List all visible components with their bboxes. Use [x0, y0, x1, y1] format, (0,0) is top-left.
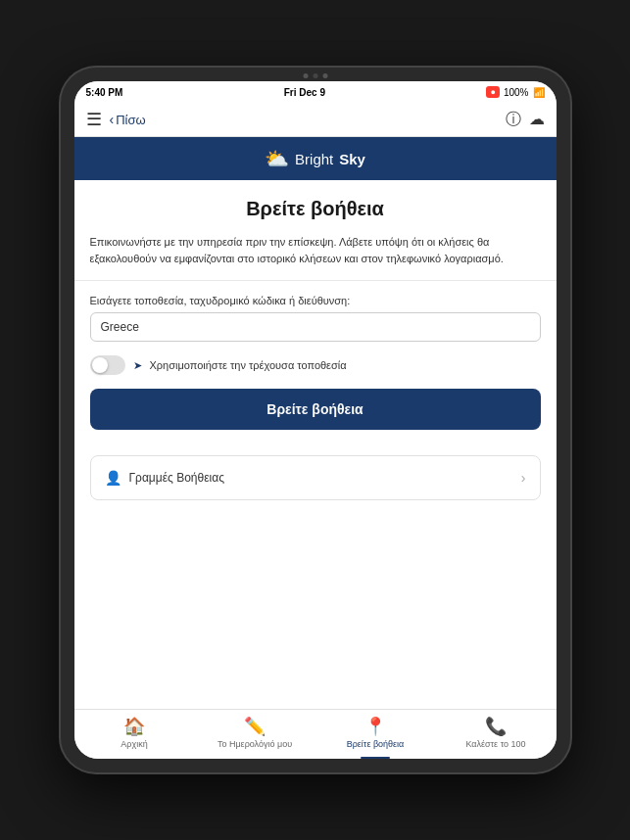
app-logo-icon: ⛅: [265, 147, 289, 170]
form-label: Εισάγετε τοποθεσία, ταχυδρομικό κώδικα ή…: [90, 295, 541, 306]
tab-find-help[interactable]: 📍 Βρείτε βοήθεια: [315, 716, 436, 749]
form-section: Εισάγετε τοποθεσία, ταχυδρομικό κώδικα ή…: [74, 281, 557, 443]
home-icon: 🏠: [123, 716, 145, 737]
menu-icon[interactable]: ☰: [86, 109, 102, 130]
camera-dot-2: [313, 73, 317, 78]
camera-dot-1: [303, 73, 308, 78]
diary-icon: ✏️: [244, 716, 266, 737]
status-right: ● 100% 📶: [486, 86, 544, 98]
tab-home-label: Αρχική: [121, 739, 147, 749]
page-title: Βρείτε βοήθεια: [74, 180, 557, 234]
status-date: Fri Dec 9: [284, 87, 325, 98]
battery-indicator: ●: [486, 86, 499, 98]
tab-call100-label: Καλέστε το 100: [465, 739, 525, 749]
app-title-sky: Sky: [339, 151, 365, 167]
find-help-icon: 📍: [364, 716, 386, 737]
helpline-row[interactable]: 👤 Γραμμές Βοήθειας ›: [91, 456, 540, 499]
cloud-icon[interactable]: ☁: [529, 110, 545, 130]
back-label: Πίσω: [116, 113, 145, 127]
status-bar: 5:40 PM Fri Dec 9 ● 100% 📶: [74, 81, 557, 103]
battery-percent: 100%: [504, 87, 529, 98]
tab-call100[interactable]: 📞 Καλέστε το 100: [436, 716, 557, 749]
location-toggle-label: Χρησιμοποιήστε την τρέχουσα τοποθεσία: [150, 359, 347, 371]
location-arrow-icon: ➤: [133, 359, 142, 372]
find-help-button[interactable]: Βρείτε βοήθεια: [90, 389, 541, 430]
main-content: Βρείτε βοήθεια Επικοινωνήστε με την υπηρ…: [74, 180, 557, 709]
location-input[interactable]: [90, 312, 541, 342]
person-icon: 👤: [105, 470, 121, 486]
info-text: Επικοινωνήστε με την υπηρεσία πριν την ε…: [74, 234, 557, 281]
location-toggle-row: ➤ Χρησιμοποιήστε την τρέχουσα τοποθεσία: [90, 351, 541, 389]
tab-diary[interactable]: ✏️ Το Ημερολόγιό μου: [195, 716, 315, 749]
tablet-screen: 5:40 PM Fri Dec 9 ● 100% 📶 ☰ ‹ Πίσω ⓘ ☁ …: [74, 81, 557, 759]
app-header: ⛅ Bright Sky: [74, 137, 557, 180]
tab-diary-label: Το Ημερολόγιό μου: [218, 739, 292, 749]
helpline-left: 👤 Γραμμές Βοήθειας: [105, 470, 224, 486]
helpline-label: Γραμμές Βοήθειας: [129, 471, 224, 485]
location-toggle[interactable]: [90, 355, 125, 375]
active-tab-indicator: [361, 757, 390, 759]
tab-home[interactable]: 🏠 Αρχική: [74, 716, 195, 749]
tab-find-help-label: Βρείτε βοήθεια: [347, 739, 405, 749]
app-title-bright: Bright: [295, 151, 333, 167]
helpline-section: 👤 Γραμμές Βοήθειας ›: [90, 455, 541, 500]
call-icon: 📞: [485, 716, 507, 737]
nav-bar: ☰ ‹ Πίσω ⓘ ☁: [74, 103, 557, 137]
info-icon[interactable]: ⓘ: [506, 110, 521, 130]
chevron-right-icon: ›: [521, 470, 526, 486]
back-button[interactable]: ‹ Πίσω: [110, 112, 506, 127]
bottom-nav: 🏠 Αρχική ✏️ Το Ημερολόγιό μου 📍 Βρείτε β…: [74, 709, 557, 759]
camera-dot-3: [322, 73, 327, 78]
signal-icon: 📶: [533, 87, 545, 98]
back-chevron-icon: ‹: [110, 112, 115, 127]
status-time: 5:40 PM: [86, 87, 123, 98]
tablet-frame: 5:40 PM Fri Dec 9 ● 100% 📶 ☰ ‹ Πίσω ⓘ ☁ …: [61, 68, 570, 772]
nav-actions: ⓘ ☁: [506, 110, 545, 130]
